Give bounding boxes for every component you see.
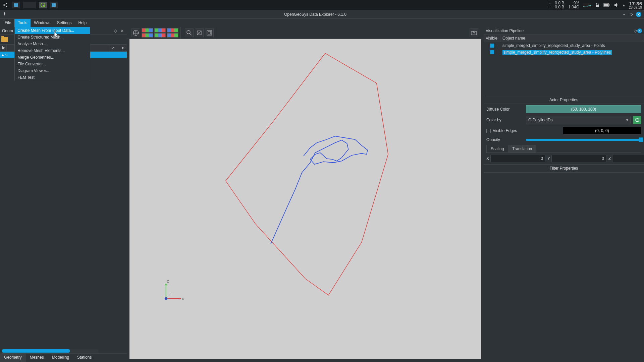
tab-scaling[interactable]: Scaling: [486, 145, 508, 153]
col-visible[interactable]: Visible: [484, 35, 500, 42]
col-id[interactable]: Id: [0, 45, 7, 51]
volume-icon[interactable]: [614, 3, 619, 7]
vis-pipeline-list[interactable]: simple_merged_simplify_reprojected_study…: [484, 42, 644, 96]
y-label: Y: [547, 156, 550, 161]
menu-create-structured-mesh[interactable]: Create Structured Mesh...: [15, 34, 90, 41]
menu-diagram-viewer[interactable]: Diagram Viewer...: [15, 67, 90, 74]
wireframe-button[interactable]: [195, 28, 204, 37]
maximize-icon[interactable]: [629, 12, 634, 17]
screenshot-button[interactable]: [470, 28, 478, 37]
vis-row-points[interactable]: simple_merged_simplify_reprojected_study…: [484, 42, 644, 49]
task-item-1[interactable]: [12, 2, 20, 8]
vis-row-polylines[interactable]: simple_merged_simplify_reprojected_study…: [484, 49, 644, 56]
menu-windows[interactable]: Windows: [31, 19, 54, 27]
svg-rect-7: [43, 5, 45, 7]
color-by-row: Color by C-PolylineIDs: [484, 115, 644, 125]
task-item-2[interactable]: [23, 2, 36, 8]
tab-meshes[interactable]: Meshes: [26, 354, 48, 362]
edge-color-button[interactable]: (0, 0, 0): [563, 127, 641, 135]
diffuse-color-row: Diffuse Color (50, 100, 100): [484, 104, 644, 115]
view-preset-1[interactable]: [142, 28, 153, 38]
vis-table-header: Visible Object name: [484, 35, 644, 42]
tray-chevron-icon[interactable]: ▴: [623, 3, 625, 7]
svg-marker-15: [4, 12, 5, 16]
battery-icon[interactable]: [603, 3, 610, 7]
close-icon[interactable]: [636, 12, 641, 17]
color-by-select[interactable]: C-PolylineIDs: [526, 116, 631, 124]
viewport-scene: x z: [129, 39, 481, 359]
menubar: File Tools Create Mesh From Input Data..…: [0, 19, 644, 27]
menu-file-converter[interactable]: File Converter...: [15, 61, 90, 67]
panel-float-icon[interactable]: ◇: [113, 28, 118, 34]
minimize-icon[interactable]: [621, 12, 627, 17]
system-taskbar: ↓↑ 0.0 B 0.0 B 9% 1.04G ▴ 17:36 28.02.19: [0, 0, 644, 10]
tab-modelling[interactable]: Modelling: [48, 354, 73, 362]
tab-stations[interactable]: Stations: [73, 354, 96, 362]
globe-view-button[interactable]: [131, 28, 140, 37]
menu-file[interactable]: File: [1, 19, 14, 27]
svg-marker-14: [614, 3, 617, 7]
bounding-box-button[interactable]: [205, 28, 214, 37]
left-dock-tabs: Geometry Meshes Modelling Stations: [0, 353, 127, 362]
geometry-tree[interactable]: ▸ s: [0, 52, 127, 353]
menu-remove-mesh-elements[interactable]: Remove Mesh Elements...: [15, 47, 90, 54]
menu-tools[interactable]: Tools Create Mesh From Input Data... Cre…: [14, 19, 31, 27]
svg-line-3: [4, 4, 6, 5]
z-label: Z: [608, 156, 611, 161]
refresh-colormap-button[interactable]: [633, 116, 641, 124]
visibility-checkbox[interactable]: [490, 44, 494, 48]
svg-marker-34: [179, 298, 181, 300]
opacity-slider[interactable]: [526, 139, 641, 141]
view-preset-2[interactable]: [154, 28, 166, 38]
menu-merge-geometries[interactable]: Merge Geometries...: [15, 54, 90, 61]
actor-properties-title: Actor Properties: [484, 96, 644, 104]
translation-inputs: X Y Z: [484, 153, 644, 164]
lock-icon[interactable]: [595, 3, 599, 7]
translation-z-input[interactable]: [612, 155, 644, 162]
svg-marker-16: [630, 13, 633, 16]
right-dock: Visualization Pipeline ◇ ✕ Visible Objec…: [484, 27, 644, 362]
pin-icon[interactable]: [3, 12, 7, 17]
zoom-button[interactable]: [185, 28, 194, 37]
menu-settings[interactable]: Settings: [54, 19, 75, 27]
svg-rect-12: [609, 4, 609, 6]
tab-geometry[interactable]: Geometry: [0, 354, 26, 362]
diffuse-color-button[interactable]: (50, 100, 100): [526, 105, 641, 113]
svg-rect-28: [207, 31, 212, 35]
menu-analyze-mesh[interactable]: Analyze Mesh...: [15, 41, 90, 47]
panel-close-icon[interactable]: ✕: [637, 28, 642, 33]
polyline-render: [271, 139, 366, 268]
svg-rect-10: [596, 5, 599, 7]
viewport-toolbar: [127, 27, 484, 39]
horizontal-scrollbar[interactable]: [2, 349, 99, 353]
menu-help[interactable]: Help: [75, 19, 90, 27]
3d-viewport[interactable]: x z: [129, 39, 481, 359]
menu-create-mesh-input[interactable]: Create Mesh From Input Data...: [15, 27, 90, 34]
visible-edges-row: Visible Edges (0, 0, 0): [484, 125, 644, 136]
geometry-panel-title: Geom: [2, 28, 13, 33]
svg-rect-32: [473, 31, 474, 32]
workspace: Geom ◇ ✕ Id z n ▸ s Geometry Meshes Mode…: [0, 27, 644, 362]
visible-edges-checkbox[interactable]: [486, 129, 491, 133]
launcher-icon[interactable]: [2, 1, 9, 9]
col-z[interactable]: z: [110, 45, 120, 51]
clock[interactable]: 17:36 28.02.19: [629, 1, 642, 9]
tools-dropdown: Create Mesh From Input Data... Create St…: [14, 27, 90, 81]
tab-translation[interactable]: Translation: [508, 145, 536, 153]
task-item-qgis[interactable]: [39, 2, 47, 8]
opacity-label: Opacity: [486, 137, 523, 142]
svg-point-31: [473, 32, 475, 34]
task-item-3[interactable]: [50, 2, 58, 8]
visibility-checkbox[interactable]: [490, 50, 494, 54]
svg-point-40: [165, 297, 167, 300]
expand-icon[interactable]: ▸: [2, 53, 4, 57]
menu-fem-test[interactable]: FEM Test: [15, 74, 90, 81]
col-n[interactable]: n: [120, 45, 127, 51]
panel-float-icon[interactable]: ◇: [634, 28, 637, 33]
col-object-name[interactable]: Object name: [500, 35, 644, 42]
open-file-button[interactable]: [1, 37, 8, 42]
translation-y-input[interactable]: [551, 155, 606, 162]
panel-close-icon[interactable]: ✕: [119, 28, 125, 34]
view-preset-3[interactable]: [167, 28, 178, 38]
translation-x-input[interactable]: [490, 155, 545, 162]
